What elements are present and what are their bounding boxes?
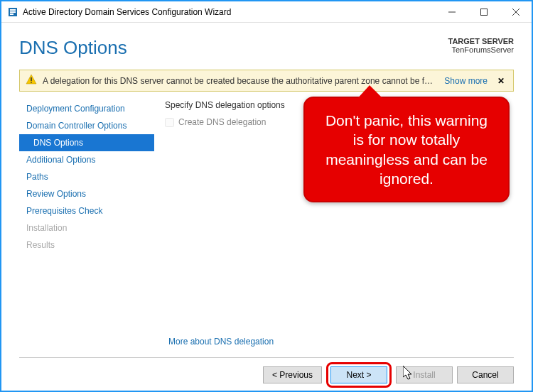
sidebar-item-results: Results	[19, 236, 154, 254]
annotation-callout: Don't panic, this warning is for now tot…	[303, 97, 510, 202]
window-controls	[436, 1, 532, 23]
svg-rect-3	[10, 13, 14, 15]
warning-text: A delegation for this DNS server cannot …	[43, 76, 437, 86]
sidebar-item-prerequisites[interactable]: Prerequisites Check	[19, 202, 154, 219]
minimize-button[interactable]	[436, 1, 468, 23]
warning-icon	[26, 74, 37, 87]
sidebar-item-additional-options[interactable]: Additional Options	[19, 151, 154, 168]
svg-rect-2	[10, 11, 16, 13]
close-button[interactable]	[500, 1, 532, 23]
more-about-link[interactable]: More about DNS delegation	[1, 337, 532, 354]
callout-tail	[355, 85, 391, 101]
maximize-button[interactable]	[468, 1, 500, 23]
sidebar-item-dns-options[interactable]: DNS Options	[19, 134, 154, 151]
content-area: Deployment Configuration Domain Controll…	[1, 92, 532, 337]
svg-rect-1	[10, 9, 16, 11]
callout-text: Don't panic, this warning is for now tot…	[325, 112, 488, 187]
svg-rect-9	[31, 77, 32, 81]
target-server-label: TARGET SERVER	[448, 37, 515, 45]
footer: < Previous Next > Install Cancel	[19, 357, 514, 392]
sidebar-item-installation: Installation	[19, 219, 154, 236]
svg-rect-10	[31, 82, 32, 83]
warning-close-button[interactable]: ✕	[495, 76, 507, 86]
target-server-info: TARGET SERVER TenForumsServer	[448, 37, 515, 54]
header: DNS Options TARGET SERVER TenForumsServe…	[1, 23, 532, 70]
window-title: Active Directory Domain Services Configu…	[23, 7, 436, 17]
sidebar-item-dc-options[interactable]: Domain Controller Options	[19, 117, 154, 134]
sidebar-item-paths[interactable]: Paths	[19, 168, 154, 185]
show-more-link[interactable]: Show more	[444, 76, 488, 86]
svg-rect-5	[480, 9, 487, 15]
sidebar-item-review-options[interactable]: Review Options	[19, 185, 154, 202]
next-button[interactable]: Next >	[330, 366, 387, 383]
previous-button[interactable]: < Previous	[263, 366, 322, 383]
sidebar: Deployment Configuration Domain Controll…	[19, 100, 154, 337]
sidebar-item-deployment-config[interactable]: Deployment Configuration	[19, 100, 154, 117]
target-server-name: TenForumsServer	[448, 45, 515, 54]
cancel-button[interactable]: Cancel	[457, 366, 514, 383]
install-button: Install	[396, 366, 453, 383]
create-delegation-label: Create DNS delegation	[178, 117, 266, 127]
main-panel: Specify DNS delegation options Create DN…	[154, 100, 514, 337]
warning-bar: A delegation for this DNS server cannot …	[19, 70, 514, 92]
app-icon	[7, 6, 18, 18]
next-button-highlight: Next >	[326, 362, 392, 388]
titlebar: Active Directory Domain Services Configu…	[1, 1, 532, 23]
create-delegation-checkbox	[165, 118, 174, 127]
page-title: DNS Options	[19, 37, 127, 59]
